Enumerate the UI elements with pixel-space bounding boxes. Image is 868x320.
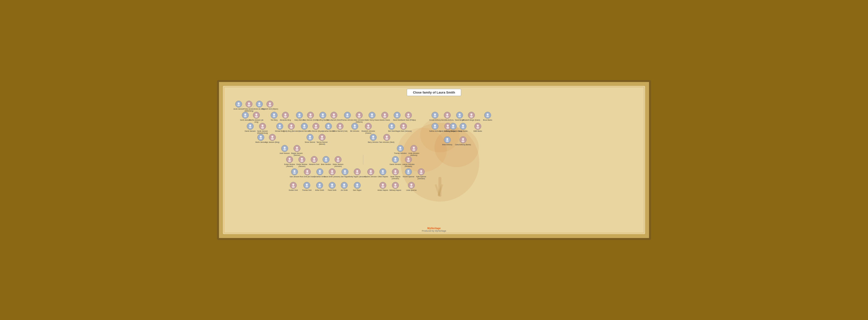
svg-point-76: [367, 127, 370, 129]
avatar-elizabeth_berger: [468, 112, 475, 119]
person-beppie_janssen[interactable]: Beppie Janssen (Stenner): [288, 145, 306, 156]
svg-point-69: [328, 124, 330, 126]
avatar-martin_janssen: [257, 134, 264, 141]
svg-rect-32: [321, 116, 324, 117]
person-sarah_steel[interactable]: Sarah Steel (Phillips): [400, 112, 417, 121]
svg-rect-110: [399, 149, 402, 150]
avatar-michael_berg: [276, 123, 283, 130]
svg-point-50: [446, 116, 449, 118]
svg-point-2: [434, 128, 479, 167]
svg-point-64: [290, 127, 293, 129]
name-bruce_banks: Bruce Banks: [479, 119, 496, 121]
svg-point-149: [292, 184, 294, 185]
svg-point-81: [434, 124, 436, 126]
avatar-edith_banks: [474, 123, 481, 130]
svg-rect-20: [244, 116, 247, 117]
person-age_janssen[interactable]: Age Janssen (Berg): [264, 134, 281, 143]
svg-rect-124: [394, 160, 397, 162]
svg-point-30: [309, 116, 312, 118]
svg-point-63: [290, 124, 292, 126]
person-kylie_sparrow[interactable]: Kylie Sparrow (Johnston): [412, 168, 430, 180]
name-beppie_janssen: Beppie Janssen (Stenner): [288, 152, 306, 156]
avatar-simoe_stenner: [307, 134, 313, 141]
avatar-sarah_janssen: [259, 123, 266, 130]
svg-point-129: [306, 170, 308, 172]
svg-rect-156: [331, 186, 333, 187]
svg-point-96: [320, 138, 323, 140]
avatar-elizabeth_smit: [267, 101, 273, 108]
svg-rect-82: [434, 127, 436, 128]
avatar-age_janssen: [269, 134, 276, 141]
svg-point-57: [249, 124, 251, 126]
svg-point-34: [332, 116, 335, 118]
person-sarah_janssen[interactable]: Sarah Janssen (Weerdenburg): [254, 123, 271, 134]
svg-point-117: [313, 158, 315, 160]
main-frame: Close family of Laura Smith Jacob Jansse…: [217, 80, 651, 240]
svg-point-41: [384, 114, 386, 115]
avatar-sam_janssen: [291, 168, 298, 175]
person-anthony_nathan[interactable]: Anthony Nathan Anthony: [444, 123, 462, 132]
svg-point-73: [354, 124, 356, 126]
avatar-sandra_howes: [381, 112, 388, 119]
name-carla_anthony: Carla Anthony (Banks): [454, 144, 472, 146]
svg-point-99: [386, 136, 388, 138]
svg-point-118: [313, 160, 316, 162]
svg-point-47: [434, 114, 436, 115]
person-bruce_banks[interactable]: Bruce Banks: [479, 112, 496, 121]
avatar-brian_janssen: [322, 156, 330, 163]
name-edith_banks: Edith Banks: [469, 130, 487, 132]
svg-rect-146: [407, 172, 410, 174]
svg-rect-102: [446, 140, 448, 142]
svg-point-130: [306, 172, 309, 174]
svg-rect-86: [462, 127, 464, 128]
avatar-thomas_johnston: [344, 112, 351, 119]
name-tara_johnston: Tara Johnston (Steel): [378, 141, 396, 143]
svg-rect-36: [346, 116, 349, 117]
svg-rect-78: [391, 127, 393, 128]
svg-point-35: [346, 114, 348, 115]
person-martha_janssen[interactable]: Martha Janssen (de Jong): [248, 112, 265, 123]
person-leanne_johnston[interactable]: Leanne Johnston (Richards): [400, 156, 417, 167]
person-elizabeth_johnston[interactable]: Elizabeth Johnston (Howes): [360, 123, 377, 134]
svg-point-103: [462, 138, 464, 140]
person-magda_steel[interactable]: Magda Steel (Holness): [395, 123, 412, 132]
person-linda_johnston[interactable]: Linda Johnston (Anthony): [405, 145, 423, 156]
svg-point-155: [331, 184, 333, 185]
svg-rect-28: [298, 116, 301, 117]
svg-point-42: [383, 116, 386, 118]
name-bethany_haynes: Bethany Haynes: [386, 189, 404, 191]
person-brian_anthony[interactable]: Brian Anthony: [438, 136, 456, 146]
person-debra_janssen[interactable]: Debra Janssen (Johnston): [329, 156, 347, 167]
svg-point-159: [356, 184, 358, 185]
svg-point-148: [420, 172, 423, 174]
svg-rect-52: [458, 116, 461, 117]
svg-point-18: [269, 105, 271, 107]
name-sam_tepper: Sam Tepper: [348, 189, 366, 191]
person-edith_banks[interactable]: Edith Banks: [469, 123, 487, 132]
svg-point-125: [407, 158, 409, 160]
person-tammy_stenner[interactable]: Tammy Stenner (Barnett): [313, 134, 331, 145]
avatar-evelyn_mostow: [286, 156, 293, 163]
svg-rect-66: [303, 127, 306, 128]
svg-point-37: [358, 114, 360, 115]
person-elizabeth_berger[interactable]: Elisabeth Berger (Kaine): [463, 112, 480, 121]
avatar-shelly_berg: [288, 123, 295, 130]
svg-point-21: [255, 114, 257, 115]
svg-point-162: [381, 186, 384, 188]
svg-point-147: [420, 170, 422, 172]
person-sam_tepper[interactable]: Sam Tepper: [348, 182, 366, 191]
svg-point-139: [370, 170, 372, 172]
svg-point-97: [372, 136, 374, 138]
avatar-barry_johnston: [370, 134, 377, 141]
svg-point-105: [284, 147, 286, 149]
person-linda_sparrow[interactable]: Linda Sparrow: [403, 182, 420, 191]
avatar-evelyn_mostow2: [299, 156, 305, 163]
name-martha_janssen: Martha Janssen (de Jong): [248, 119, 265, 123]
person-elizabeth_smit[interactable]: Elizabeth Smit (Wijsen): [261, 101, 279, 110]
person-tara_johnston[interactable]: Tara Johnston (Steel): [378, 134, 396, 143]
person-carla_anthony[interactable]: Carla Anthony (Banks): [454, 136, 472, 146]
svg-point-126: [407, 160, 410, 162]
svg-point-25: [284, 114, 286, 115]
person-bethany_haynes[interactable]: Bethany Haynes: [386, 182, 404, 191]
svg-rect-154: [318, 186, 321, 187]
